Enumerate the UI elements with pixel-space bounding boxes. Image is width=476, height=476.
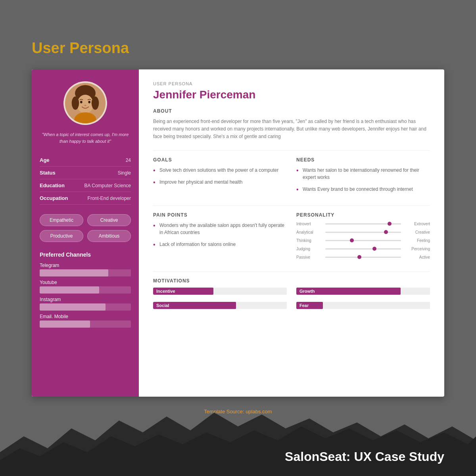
pain-points-col: PAIN POINTS Wonders why the available sa… [153,212,287,263]
slider-track-3 [325,240,401,241]
pain-points-list: Wonders why the available salon apps doe… [153,222,287,248]
slider-dot-2 [384,230,388,234]
svg-point-4 [92,96,99,109]
slider-label-introvert: Introvert [296,222,322,226]
trait-productive: Productive [40,230,83,242]
slider-track-5 [325,257,401,258]
motivation-incentive-label: Incentive [156,289,175,294]
slider-label-perceiving: Perceiving [404,247,430,251]
channel-telegram-fill [40,269,108,276]
motivations-section: MOTIVATIONS Incentive Growth [153,271,430,312]
channel-telegram-label: Telegram [40,263,131,268]
motivation-growth-label: Growth [299,289,315,294]
slider-dot-3 [350,238,354,242]
goals-title: GOALS [153,157,287,163]
persona-card: "When a topic of interest comes up, I'm … [32,69,444,397]
traits-section: Empathetic Creative Productive Ambitious [40,214,131,242]
sidebar: "When a topic of interest comes up, I'm … [32,69,139,397]
goal-1: Solve tech driven solutions with the pow… [153,167,287,174]
quote-text: "When a topic of interest comes up, I'm … [40,131,131,144]
channel-telegram: Telegram [40,263,131,276]
slider-track-1 [325,223,401,225]
channel-instagram: Instagram [40,297,131,311]
channel-email-fill [40,321,90,328]
personality-col: PERSONALITY Introvert Extrovert Analytic… [296,212,430,263]
channels-section: Preferred Channels Telegram Youtube Inst… [40,251,131,331]
motivation-fear: Fear [296,302,430,309]
channel-youtube-fill [40,286,99,294]
slider-dot-4 [372,247,376,251]
info-row-age: Age 24 [40,154,131,167]
channel-email: Email. Mobile [40,314,131,328]
motivation-growth-track: Growth [296,288,430,295]
divider-1 [153,150,430,151]
divider-2 [153,205,430,206]
persona-name: Jennifer Pierceman [153,88,430,101]
pain-personality-section: PAIN POINTS Wonders why the available sa… [153,212,430,263]
motivations-grid: Incentive Growth Social [153,288,430,312]
slider-label-analytical: Analytical [296,230,322,234]
slider-label-feeling: Feeling [404,238,430,243]
motivation-incentive: Incentive [153,288,287,295]
goals-col: GOALS Solve tech driven solutions with t… [153,157,287,198]
slider-introvert-extrovert: Introvert Extrovert [296,222,430,226]
page-title: User Persona [32,40,129,57]
motivation-growth: Growth [296,288,430,295]
motivation-growth-fill: Growth [296,288,401,295]
occupation-label: Occupation [40,195,68,201]
need-1: Wants her salon to be internationally re… [296,167,430,181]
slider-thinking-feeling: Thinking Feeling [296,238,430,243]
channels-title: Preferred Channels [40,251,131,258]
slider-track-2 [325,232,401,233]
svg-point-5 [80,101,83,103]
channel-instagram-fill [40,303,106,311]
traits-grid: Empathetic Creative Productive Ambitious [40,214,131,242]
personality-sliders: Introvert Extrovert Analytical Creative [296,222,430,259]
svg-point-6 [88,101,90,103]
channel-telegram-track [40,269,131,276]
svg-point-3 [72,96,79,109]
svg-point-2 [77,95,94,114]
motivation-social-fill: Social [153,302,236,309]
education-value: BA Computer Science [84,183,131,188]
pain-points-title: PAIN POINTS [153,212,287,218]
trait-ambitious: Ambitious [87,230,131,242]
motivations-title: MOTIVATIONS [153,278,430,284]
motivation-social-track: Social [153,302,287,309]
channel-email-track [40,321,131,328]
info-row-education: Education BA Computer Science [40,179,131,192]
about-text: Being an experienced front-end developer… [153,118,430,141]
status-value: Single [118,170,131,176]
channel-youtube: Youtube [40,280,131,294]
motivation-fear-fill: Fear [296,302,323,309]
channel-youtube-label: Youtube [40,280,131,285]
need-2: Wants Every brand to be connected throug… [296,186,430,193]
needs-list: Wants her salon to be internationally re… [296,167,430,193]
slider-label-judging: Judging [296,247,322,251]
info-row-status: Status Single [40,167,131,179]
content-area: USER PERSONA Jennifer Pierceman ABOUT Be… [139,69,444,397]
slider-track-4 [325,248,401,250]
channel-instagram-label: Instagram [40,297,131,302]
goals-list: Solve tech driven solutions with the pow… [153,167,287,186]
trait-creative: Creative [87,214,131,226]
slider-label-active: Active [404,255,430,259]
age-value: 24 [126,157,131,163]
slider-label-creative: Creative [404,230,430,234]
trait-empathetic: Empathetic [40,214,83,226]
channel-email-label: Email. Mobile [40,314,131,319]
motivation-incentive-track: Incentive [153,288,287,295]
education-label: Education [40,182,65,188]
slider-analytical-creative: Analytical Creative [296,230,430,234]
needs-col: NEEDS Wants her salon to be internationa… [296,157,430,198]
motivation-incentive-fill: Incentive [153,288,213,295]
slider-passive-active: Passive Active [296,255,430,259]
status-label: Status [40,170,56,176]
channel-instagram-track [40,303,131,311]
goal-2: Improve her physical and mental health [153,178,287,186]
needs-title: NEEDS [296,157,430,163]
slider-judging-perceiving: Judging Perceiving [296,247,430,251]
motivation-fear-track: Fear [296,302,430,309]
mountains-decoration [0,405,476,476]
slider-label-thinking: Thinking [296,238,322,243]
